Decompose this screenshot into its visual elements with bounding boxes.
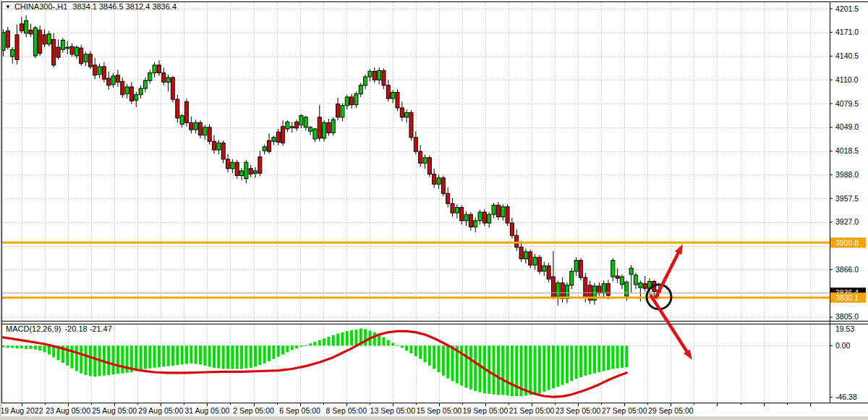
candle-body	[524, 252, 527, 259]
macd-bar	[213, 345, 216, 368]
macd-bar	[121, 345, 124, 373]
macd-bar	[350, 330, 353, 345]
candle-body	[309, 127, 312, 131]
price-axis-label: 3805.0	[835, 312, 859, 321]
candle-body	[597, 286, 601, 293]
macd-bar	[318, 340, 321, 346]
macd-bar	[286, 345, 289, 352]
candle-body	[162, 73, 166, 83]
candle	[208, 125, 211, 145]
macd-bar	[493, 345, 495, 394]
macd-bar	[433, 345, 435, 369]
candle-body	[565, 285, 569, 298]
candle-body	[286, 122, 289, 129]
macd-bar	[153, 345, 156, 368]
candle-body	[75, 47, 78, 56]
macd-bar	[593, 345, 596, 373]
candle	[33, 26, 37, 58]
macd-bar	[199, 345, 202, 364]
candle-body	[405, 112, 409, 117]
candle	[38, 25, 42, 56]
macd-bar	[534, 345, 537, 394]
candle-body	[625, 282, 629, 296]
macd-bar	[405, 345, 408, 350]
candle	[409, 110, 413, 140]
candle-body	[20, 24, 23, 31]
price-axis-label: 3988.0	[835, 170, 859, 179]
candle-body	[84, 54, 88, 62]
candle-body	[391, 92, 395, 98]
candle	[506, 204, 509, 226]
candle-body	[176, 99, 179, 118]
macd-bar	[171, 345, 174, 366]
time-axis-label: 8 Sep 05:00	[326, 406, 367, 415]
macd-bar	[185, 345, 188, 364]
time-axis-label: 23 Aug 05:00	[46, 406, 90, 415]
macd-bar	[589, 345, 592, 374]
candle-body	[25, 21, 28, 33]
macd-axis-label: 19.53	[835, 324, 854, 333]
candle-body	[478, 212, 482, 221]
candle-body	[629, 268, 633, 274]
macd-bar	[442, 345, 445, 375]
candle-body	[299, 116, 303, 125]
candle-body	[533, 257, 537, 265]
candle-body	[213, 141, 216, 150]
macd-bar	[250, 345, 252, 368]
macd-bar	[135, 345, 137, 371]
candle-body	[102, 67, 106, 79]
candle-body	[190, 122, 193, 130]
macd-bar	[291, 345, 294, 350]
candle-body	[639, 283, 642, 287]
chart-canvas[interactable]: 4201.54171.04140.54110.04079.54049.04018…	[0, 0, 868, 420]
candle-body	[268, 140, 271, 151]
macd-bar	[552, 345, 555, 388]
candle-body	[304, 117, 307, 127]
candle-body	[354, 94, 358, 105]
price-badge-resistance: 3900.8	[830, 238, 866, 248]
macd-bar	[616, 345, 619, 368]
candle-body	[184, 101, 188, 122]
time-axis-label: 23 Sep 05:00	[556, 406, 601, 415]
macd-bar	[497, 345, 500, 395]
macd-bar	[373, 332, 376, 345]
candle	[80, 45, 83, 66]
macd-bar	[43, 345, 46, 352]
macd-bar	[254, 345, 257, 366]
symbol-dropdown-icon[interactable]: ▼	[5, 4, 11, 10]
price-badge-resistance-text: 3900.8	[835, 238, 859, 247]
macd-bar	[409, 345, 412, 353]
macd-bar	[561, 345, 564, 385]
candle	[441, 175, 445, 196]
candle-body	[153, 65, 156, 73]
candle-body	[217, 143, 221, 150]
macd-bar	[85, 345, 88, 375]
macd-bar	[446, 345, 449, 378]
macd-bar	[597, 345, 600, 372]
candle-body	[56, 47, 60, 57]
macd-bar	[566, 345, 569, 383]
macd-bar	[341, 332, 344, 345]
macd-bar	[107, 345, 110, 375]
macd-bar	[428, 345, 431, 366]
macd-bar	[93, 345, 96, 377]
time-axis-label: 29 Sep 05:00	[648, 406, 694, 415]
candle-body	[584, 277, 587, 298]
macd-bar	[625, 345, 628, 367]
candle	[537, 255, 541, 274]
candle-body	[570, 272, 574, 285]
macd-bar	[511, 345, 514, 396]
macd-bar	[424, 345, 427, 362]
macd-bar	[240, 345, 243, 369]
macd-bar	[611, 345, 614, 369]
candle-body	[135, 95, 138, 101]
macd-bar	[515, 345, 518, 396]
candle-body	[336, 104, 340, 117]
macd-bar	[176, 345, 179, 365]
macd-bar	[354, 329, 357, 345]
candle-body	[529, 252, 532, 265]
candle-body	[386, 85, 390, 98]
candle	[184, 98, 188, 127]
candle-body	[441, 178, 445, 193]
price-axis-label: 4018.5	[835, 146, 859, 155]
